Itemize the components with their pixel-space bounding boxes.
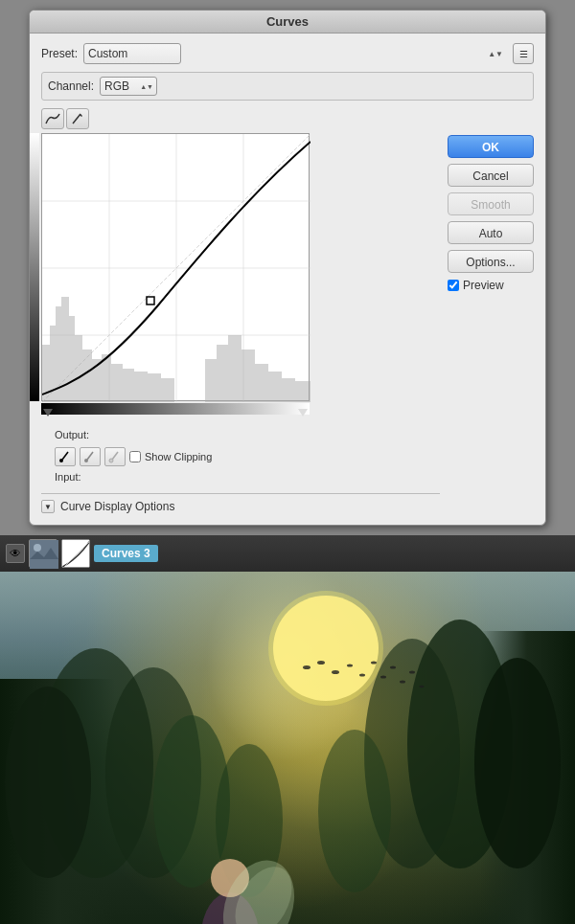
svg-point-45 (5, 687, 91, 878)
dialog-title-bar: Curves (30, 11, 545, 34)
black-point-marker[interactable] (43, 409, 53, 417)
preset-label: Preset: (41, 47, 78, 60)
svg-point-63 (420, 686, 425, 687)
svg-rect-29 (282, 378, 295, 402)
svg-point-57 (359, 674, 365, 677)
preset-row: Preset: Custom Default Strong Contrast L… (41, 43, 534, 64)
show-clipping-row: Show Clipping (129, 451, 212, 462)
curve-svg (42, 134, 310, 402)
svg-point-60 (390, 666, 396, 669)
channel-select[interactable]: RGB Red Green Blue (100, 77, 157, 96)
svg-rect-13 (69, 316, 75, 402)
layer-curve-thumbnail (61, 539, 90, 568)
svg-point-55 (332, 670, 339, 674)
svg-rect-14 (75, 335, 82, 402)
svg-rect-25 (228, 335, 242, 402)
curve-graph[interactable] (41, 133, 310, 401)
svg-rect-24 (217, 345, 228, 402)
preview-label: Preview (463, 279, 504, 292)
svg-rect-23 (205, 359, 217, 402)
layer-name-badge[interactable]: Curves 3 (94, 545, 158, 562)
dialog-title: Curves (266, 14, 309, 29)
right-panel: OK Cancel Smooth Auto Options... Preview (448, 108, 534, 513)
input-label: Input: (55, 471, 81, 483)
auto-button[interactable]: Auto (448, 221, 534, 244)
tool-row (41, 108, 440, 129)
main-body: Output: (41, 108, 534, 513)
dialog-content: Preset: Custom Default Strong Contrast L… (30, 34, 545, 525)
pencil-tool-button[interactable] (66, 108, 89, 129)
svg-rect-30 (295, 381, 310, 402)
svg-point-62 (409, 671, 415, 674)
curve-display-options-label: Curve Display Options (60, 500, 174, 513)
svg-line-34 (87, 452, 93, 460)
svg-rect-15 (82, 349, 92, 402)
output-label: Output: (55, 429, 89, 440)
svg-point-53 (303, 665, 310, 669)
svg-rect-27 (255, 364, 268, 402)
svg-rect-22 (161, 378, 174, 402)
left-panel: Output: (41, 108, 440, 513)
preview-checkbox[interactable] (448, 280, 459, 291)
svg-line-0 (73, 114, 80, 124)
layer-image-thumbnail (29, 539, 58, 568)
smooth-button: Smooth (448, 192, 534, 215)
white-eyedropper-button[interactable] (104, 447, 126, 466)
output-input-labels: Output: (55, 428, 440, 441)
show-clipping-label: Show Clipping (145, 451, 212, 462)
channel-row: Channel: RGB Red Green Blue (41, 72, 534, 101)
svg-point-52 (318, 730, 391, 892)
white-point-marker[interactable] (298, 409, 308, 417)
vertical-gradient-bar (29, 133, 39, 401)
svg-rect-26 (242, 349, 255, 402)
curve-graph-area (41, 133, 310, 415)
preset-select-wrapper: Custom Default Strong Contrast Linear Co… (83, 43, 507, 64)
svg-point-48 (474, 658, 561, 868)
svg-point-54 (317, 661, 325, 665)
dialog-wrapper: Curves Preset: Custom Default Strong Con… (0, 0, 575, 535)
svg-point-59 (380, 676, 386, 679)
black-eyedropper-button[interactable] (55, 447, 76, 466)
eyedropper-row: Show Clipping (55, 447, 440, 466)
curve-display-options-row: ▼ Curve Display Options (41, 493, 440, 513)
preset-menu-button[interactable]: ☰ (513, 43, 534, 64)
svg-rect-21 (148, 373, 161, 402)
svg-rect-18 (111, 364, 123, 402)
channel-select-wrapper: RGB Red Green Blue (100, 77, 157, 96)
svg-rect-31 (147, 297, 154, 304)
svg-line-32 (62, 452, 68, 460)
show-clipping-checkbox[interactable] (129, 451, 141, 462)
gray-eyedropper-button[interactable] (80, 447, 101, 466)
svg-line-36 (112, 452, 118, 460)
svg-rect-40 (62, 540, 90, 568)
preset-select[interactable]: Custom Default Strong Contrast Linear Co… (83, 43, 181, 64)
svg-point-39 (34, 544, 41, 552)
svg-point-37 (109, 459, 113, 462)
layer-visibility-toggle[interactable]: 👁 (6, 544, 25, 563)
layer-bar: 👁 Curves 3 (0, 535, 575, 572)
horizontal-gradient-bar (41, 403, 310, 415)
cancel-button[interactable]: Cancel (448, 164, 534, 187)
options-button[interactable]: Options... (448, 250, 534, 273)
curves-dialog: Curves Preset: Custom Default Strong Con… (29, 10, 546, 526)
bottom-image-area: 👁 Curves 3 (0, 535, 575, 924)
svg-point-43 (268, 591, 383, 706)
svg-rect-19 (123, 369, 134, 402)
input-label-row: Input: (55, 470, 440, 484)
svg-point-56 (347, 665, 353, 667)
page-wrapper: Curves Preset: Custom Default Strong Con… (0, 0, 575, 924)
svg-rect-28 (268, 372, 282, 402)
curve-display-options-toggle[interactable]: ▼ (41, 500, 55, 513)
svg-rect-20 (134, 372, 148, 402)
curve-tool-button[interactable] (41, 108, 64, 129)
ok-button[interactable]: OK (448, 135, 534, 158)
svg-point-33 (59, 459, 63, 462)
svg-point-35 (84, 459, 88, 462)
preview-row: Preview (448, 279, 534, 292)
svg-point-61 (400, 681, 405, 684)
scene-svg (0, 572, 575, 924)
channel-label: Channel: (48, 79, 94, 93)
svg-point-58 (371, 662, 377, 665)
